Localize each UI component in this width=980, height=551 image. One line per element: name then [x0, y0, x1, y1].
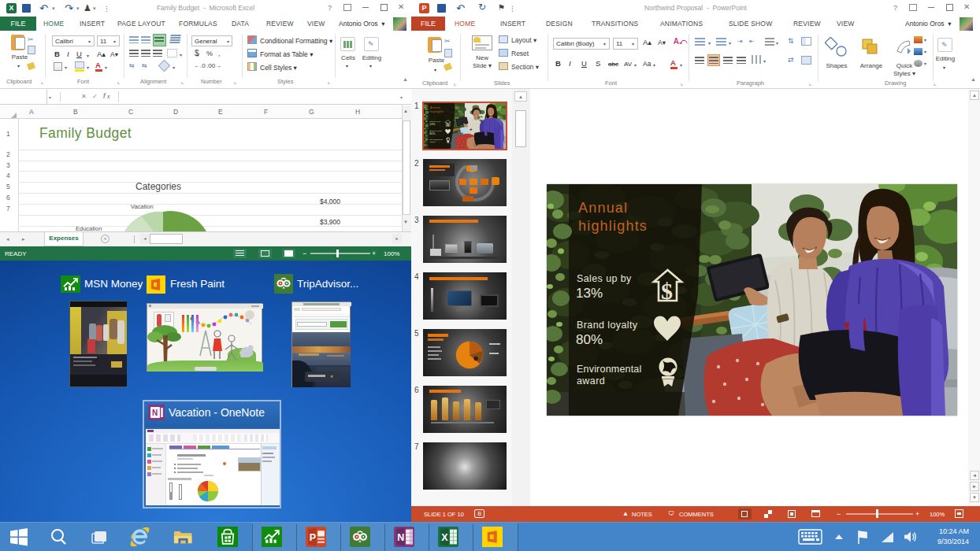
svg-text:N: N [152, 409, 158, 417]
svg-text:X: X [441, 532, 448, 543]
svg-text:N: N [397, 532, 404, 543]
svg-text:P: P [310, 532, 316, 543]
